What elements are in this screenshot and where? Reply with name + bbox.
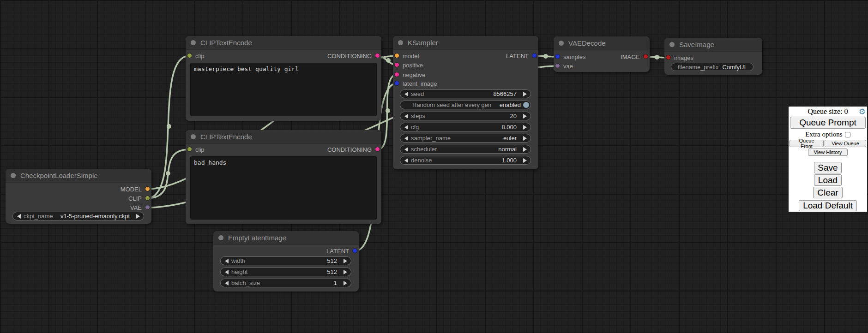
increment-arrow-icon[interactable] <box>523 92 527 96</box>
clear-button[interactable]: Clear <box>813 187 843 198</box>
collapse-dot-icon[interactable] <box>191 134 196 139</box>
clip-output-port[interactable] <box>145 196 150 201</box>
decrement-arrow-icon[interactable] <box>404 136 408 141</box>
increment-arrow-icon[interactable] <box>523 147 527 152</box>
input-row-positive: positive <box>393 60 538 70</box>
increment-arrow-icon[interactable] <box>523 125 527 130</box>
save-button[interactable]: Save <box>814 162 842 173</box>
settings-gear-icon[interactable]: ⚙ <box>859 107 866 116</box>
conditioning-output-port[interactable] <box>375 147 380 152</box>
latent-image-input-port[interactable] <box>394 81 399 86</box>
negative-input-port[interactable] <box>394 72 399 77</box>
prompt-textarea[interactable]: masterpiece best quality girl <box>190 63 377 116</box>
node-titlebar[interactable]: CheckpointLoaderSimple <box>6 169 151 183</box>
decrement-arrow-icon[interactable] <box>404 114 408 119</box>
seed-widget[interactable]: seed 8566257 <box>400 89 531 98</box>
model-output-port[interactable] <box>145 186 150 191</box>
queue-size-label: Queue size: 0 <box>808 107 848 115</box>
node-titlebar[interactable]: VAEDecode <box>554 36 650 50</box>
denoise-widget[interactable]: denoise 1.000 <box>400 156 531 165</box>
increment-arrow-icon[interactable] <box>344 259 347 263</box>
cfg-widget[interactable]: cfg 8.000 <box>400 123 531 131</box>
node-title: EmptyLatentImage <box>228 234 286 242</box>
node-clip-text-encode-positive[interactable]: CLIPTextEncode clip CONDITIONING masterp… <box>186 36 381 121</box>
decrement-arrow-icon[interactable] <box>17 214 21 219</box>
toggle-on-icon[interactable] <box>523 102 529 108</box>
images-input-port[interactable] <box>666 55 671 60</box>
steps-widget[interactable]: steps 20 <box>400 112 531 120</box>
increment-arrow-icon[interactable] <box>344 270 347 274</box>
samples-input-port[interactable] <box>555 54 560 59</box>
node-graph-canvas[interactable]: CheckpointLoaderSimple MODEL CLIP VAE ck… <box>0 0 868 333</box>
load-button[interactable]: Load <box>814 174 842 186</box>
collapse-dot-icon[interactable] <box>669 42 675 47</box>
clip-input-port[interactable] <box>187 147 192 152</box>
view-history-button[interactable]: View History <box>808 149 848 156</box>
link-midpoint-dot <box>655 55 659 59</box>
increment-arrow-icon[interactable] <box>523 158 527 163</box>
collapse-dot-icon[interactable] <box>398 40 403 45</box>
sampler-name-widget[interactable]: sampler_name euler <box>400 134 531 143</box>
vae-output-port[interactable] <box>145 205 150 210</box>
node-titlebar[interactable]: CLIPTextEncode <box>186 130 381 144</box>
node-titlebar[interactable]: EmptyLatentImage <box>213 231 359 245</box>
decrement-arrow-icon[interactable] <box>225 270 229 274</box>
latent-output-port[interactable] <box>352 248 357 253</box>
node-ksampler[interactable]: KSampler model LATENT positive negative … <box>393 36 538 169</box>
decrement-arrow-icon[interactable] <box>404 92 408 96</box>
latent-output-port[interactable] <box>532 53 537 58</box>
link-midpoint-dot <box>386 58 391 63</box>
view-queue-button[interactable]: View Queue <box>825 140 866 147</box>
node-titlebar[interactable]: KSampler <box>393 36 538 50</box>
collapse-dot-icon[interactable] <box>191 40 196 45</box>
collapse-dot-icon[interactable] <box>559 41 564 46</box>
prompt-textarea[interactable]: bad hands <box>190 156 377 220</box>
extra-options-checkbox[interactable] <box>845 132 850 137</box>
image-output-port[interactable] <box>643 54 648 59</box>
vae-input-port[interactable] <box>555 63 560 68</box>
output-row-vae: VAE <box>6 203 151 212</box>
node-vae-decode[interactable]: VAEDecode samples IMAGE vae <box>554 36 650 72</box>
model-input-port[interactable] <box>394 53 399 58</box>
positive-input-port[interactable] <box>394 62 399 67</box>
collapse-dot-icon[interactable] <box>218 235 223 240</box>
output-row-model: MODEL <box>6 184 151 194</box>
queue-front-button[interactable]: Queue Front <box>790 140 824 147</box>
load-default-button[interactable]: Load Default <box>799 200 857 211</box>
decrement-arrow-icon[interactable] <box>225 259 229 263</box>
node-title: VAEDecode <box>568 39 606 47</box>
decrement-arrow-icon[interactable] <box>225 281 229 285</box>
decrement-arrow-icon[interactable] <box>404 147 408 152</box>
decrement-arrow-icon[interactable] <box>404 158 408 163</box>
queue-prompt-button[interactable]: Queue Prompt <box>790 117 866 129</box>
io-row-samples-image: samples IMAGE <box>554 52 650 61</box>
node-title: CLIPTextEncode <box>200 133 252 141</box>
clip-input-port[interactable] <box>187 53 192 58</box>
node-save-image[interactable]: SaveImage images filename_prefix ComfyUI <box>664 38 762 75</box>
increment-arrow-icon[interactable] <box>523 114 527 119</box>
node-clip-text-encode-negative[interactable]: CLIPTextEncode clip CONDITIONING bad han… <box>186 130 381 224</box>
node-checkpoint-loader-simple[interactable]: CheckpointLoaderSimple MODEL CLIP VAE ck… <box>6 169 151 224</box>
batch-size-widget[interactable]: batch_size 1 <box>220 279 351 287</box>
ckpt-name-widget[interactable]: ckpt_name v1-5-pruned-emaonly.ckpt <box>12 212 144 220</box>
extra-options-label: Extra options <box>805 131 842 138</box>
collapse-dot-icon[interactable] <box>11 173 16 178</box>
random-seed-toggle-widget[interactable]: Random seed after every gen enabled <box>400 101 531 109</box>
increment-arrow-icon[interactable] <box>523 136 527 141</box>
width-widget[interactable]: width 512 <box>220 256 351 265</box>
height-widget[interactable]: height 512 <box>220 268 351 276</box>
filename-prefix-widget[interactable]: filename_prefix ComfyUI <box>671 63 753 71</box>
node-empty-latent-image[interactable]: EmptyLatentImage LATENT width 512 height… <box>213 231 359 291</box>
decrement-arrow-icon[interactable] <box>404 125 408 130</box>
node-titlebar[interactable]: CLIPTextEncode <box>186 36 381 50</box>
node-titlebar[interactable]: SaveImage <box>664 38 762 52</box>
output-row-latent: LATENT <box>213 246 359 256</box>
link-midpoint-dot <box>166 171 170 176</box>
queue-panel: Queue size: 0 ⚙ Queue Prompt Extra optio… <box>789 107 867 212</box>
scheduler-widget[interactable]: scheduler normal <box>400 145 531 154</box>
conditioning-output-port[interactable] <box>375 53 380 58</box>
increment-arrow-icon[interactable] <box>136 214 140 219</box>
node-title: CheckpointLoaderSimple <box>20 172 98 179</box>
increment-arrow-icon[interactable] <box>344 281 347 285</box>
link-midpoint-dot <box>386 108 390 113</box>
